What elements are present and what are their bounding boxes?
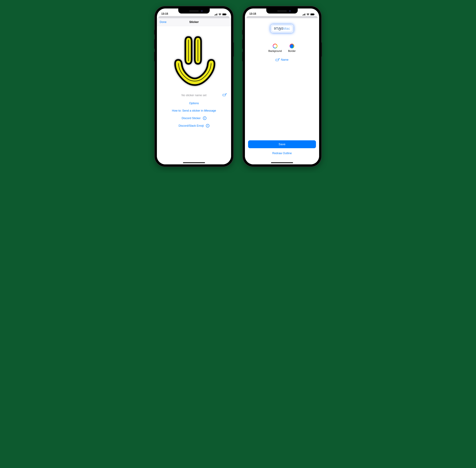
border-label: Border [288, 50, 296, 53]
border-color-option[interactable]: Border [288, 44, 296, 53]
cellular-icon [214, 14, 218, 15]
battery-icon [310, 13, 315, 15]
done-button[interactable]: Done [160, 20, 166, 24]
sticker-preview [157, 28, 231, 90]
howto-link[interactable]: How to: Send a sticker in iMessage [172, 109, 216, 112]
discord-slack-emoji-link[interactable]: Discord/Slack Emoji [178, 124, 204, 128]
wifi-icon [307, 14, 309, 15]
svg-point-12 [224, 95, 225, 95]
sheet-background-card [247, 16, 318, 18]
save-button[interactable]: Save [248, 140, 316, 148]
svg-rect-5 [223, 14, 226, 15]
svg-rect-6 [226, 14, 227, 15]
info-icon[interactable]: i [203, 117, 206, 120]
power-button[interactable] [233, 43, 234, 57]
nav-title: Sticker [189, 20, 199, 24]
volume-up-button[interactable] [154, 39, 155, 49]
svg-point-10 [223, 95, 223, 95]
logo-part2: 5 [281, 27, 283, 31]
svg-rect-16 [305, 14, 305, 15]
logo-part1: 9T [274, 27, 278, 31]
svg-point-23 [278, 60, 278, 60]
svg-rect-0 [214, 15, 215, 15]
svg-rect-2 [216, 14, 216, 15]
svg-rect-15 [304, 14, 304, 15]
svg-rect-14 [303, 14, 304, 15]
svg-rect-18 [311, 14, 314, 15]
background-label: Background [268, 50, 282, 53]
sticker-name-placeholder: No sticker name set [181, 94, 206, 97]
svg-point-11 [224, 95, 224, 95]
power-button[interactable] [321, 43, 322, 57]
options-link[interactable]: Options [189, 102, 199, 105]
redraw-outline-link[interactable]: Redraw Outline [272, 152, 292, 155]
battery-icon [222, 13, 227, 15]
discord-sticker-link[interactable]: Discord Sticker [181, 117, 201, 120]
cellular-icon [302, 14, 306, 15]
name-button-label: Name [281, 58, 288, 61]
volume-down-button[interactable] [154, 52, 155, 61]
silence-switch[interactable] [242, 30, 243, 35]
clock-icon [278, 28, 281, 30]
svg-point-21 [276, 60, 277, 60]
name-button[interactable]: Name [276, 58, 288, 61]
sheet-background-card [158, 16, 229, 18]
phone-right: 13:15 9T5Mac Background Border [243, 6, 321, 167]
info-icon[interactable]: i [206, 124, 209, 128]
wifi-icon [219, 14, 221, 15]
home-indicator[interactable] [183, 162, 205, 163]
phone-left: 13:15 Done Sticker [155, 6, 233, 167]
home-indicator[interactable] [271, 162, 293, 163]
edit-name-icon [276, 58, 280, 61]
svg-point-22 [277, 60, 277, 60]
nav-bar: Done Sticker [157, 18, 231, 26]
volume-up-button[interactable] [242, 39, 243, 49]
status-time: 13:15 [249, 12, 256, 15]
svg-rect-3 [217, 14, 217, 15]
svg-rect-13 [302, 15, 303, 15]
edit-name-icon[interactable] [223, 93, 227, 97]
svg-rect-1 [215, 14, 216, 15]
notch [266, 9, 298, 14]
logo-part3: Mac [283, 27, 290, 31]
svg-rect-19 [314, 14, 315, 15]
status-time: 13:15 [161, 12, 168, 15]
volume-down-button[interactable] [242, 52, 243, 61]
notch [178, 9, 210, 14]
logo-sticker-preview: 9T5Mac [271, 25, 294, 33]
silence-switch[interactable] [154, 30, 155, 35]
background-color-option[interactable]: Background [268, 44, 282, 53]
